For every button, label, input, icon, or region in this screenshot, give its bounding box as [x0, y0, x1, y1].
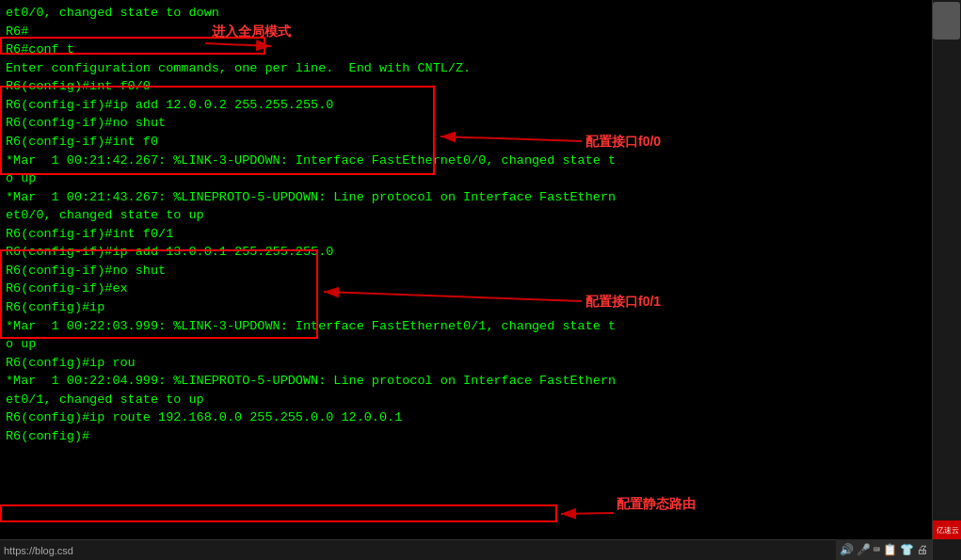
icon3: ⌨	[873, 543, 880, 557]
terminal-line: R6(config)#int f0/0	[6, 77, 926, 96]
terminal-line: *Mar 1 00:21:43.267: %LINEPROTO-5-UPDOWN…	[6, 188, 926, 207]
terminal-line: R6(config)#	[6, 427, 926, 446]
terminal-content: et0/0, changed state to downR6#R6#conf t…	[6, 4, 926, 446]
terminal-line: et0/0, changed state to down	[6, 4, 926, 23]
highlight-box-route	[0, 504, 557, 522]
terminal-line: R6(config)#ip route 192.168.0.0 255.255.…	[6, 408, 926, 427]
svg-text:配置静态路由: 配置静态路由	[617, 496, 696, 511]
terminal-window: et0/0, changed state to downR6#R6#conf t…	[0, 0, 932, 560]
terminal-line: R6(config-if)#ip add 12.0.0.2 255.255.25…	[6, 96, 926, 115]
bottom-bar: https://blog.csd	[0, 539, 932, 560]
terminal-line: *Mar 1 00:22:03.999: %LINK-3-UPDOWN: Int…	[6, 317, 926, 336]
bottom-icons: 🔊 🎤 ⌨ 📋 👕 🖨	[836, 539, 932, 560]
icon4: 📋	[883, 543, 897, 557]
icon5: 👕	[900, 543, 914, 557]
icon2: 🎤	[857, 543, 871, 557]
terminal-line: R6(config-if)#ip add 13.0.0.1 255.255.25…	[6, 243, 926, 262]
scrollbar-thumb[interactable]	[933, 2, 960, 40]
terminal-line: R6(config)#ip rou	[6, 354, 926, 373]
logo-text: 亿速云	[937, 525, 959, 536]
terminal-line: R6(config-if)#no shut	[6, 262, 926, 280]
scrollbar[interactable]: 亿速云	[932, 0, 961, 560]
terminal-line: et0/0, changed state to up	[6, 206, 926, 225]
terminal-line: R6#	[6, 23, 926, 41]
icon1: 🔊	[840, 543, 854, 557]
svg-line-7	[561, 513, 614, 514]
terminal-line: *Mar 1 00:22:04.999: %LINEPROTO-5-UPDOWN…	[6, 372, 926, 391]
terminal-line: et0/1, changed state to up	[6, 391, 926, 409]
terminal-line: R6(config)#ip	[6, 298, 926, 317]
terminal-line: *Mar 1 00:21:42.267: %LINK-3-UPDOWN: Int…	[6, 152, 926, 170]
terminal-line: R6(config-if)#no shut	[6, 114, 926, 133]
terminal-line: Enter configuration commands, one per li…	[6, 59, 926, 78]
terminal-line: R6(config-if)#int f0	[6, 133, 926, 152]
terminal-line: o up	[6, 169, 926, 188]
logo-area: 亿速云	[933, 520, 961, 539]
terminal-line: R6#conf t	[6, 40, 926, 59]
icon6: 🖨	[917, 543, 928, 557]
terminal-line: R6(config-if)#ex	[6, 280, 926, 298]
terminal-line: R6(config-if)#int f0/1	[6, 225, 926, 244]
url-text: https://blog.csd	[4, 545, 73, 556]
terminal-line: o up	[6, 335, 926, 354]
